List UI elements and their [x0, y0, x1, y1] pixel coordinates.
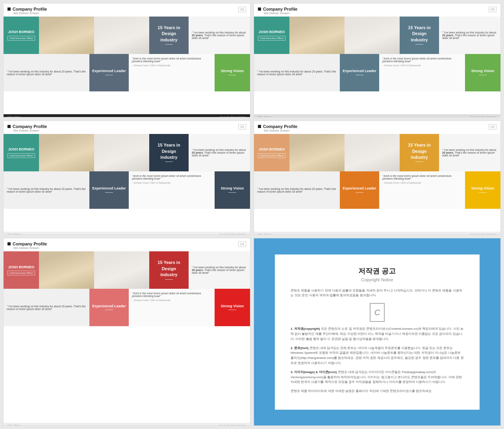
- footer-left-5: Elite Slides: [7, 424, 21, 426]
- exp-cell-2: Experienced Leader: [340, 54, 379, 91]
- strong-cell-2: Strong Vision: [465, 54, 500, 91]
- testimonial-text-1: "Josh is the most lorem ipsum dolor sit …: [132, 57, 211, 63]
- testimonial-cell-2: "Josh is the most lorem ipsum dolor sit …: [379, 54, 465, 91]
- slide-content-5: JOSH BORNEO Chief Executive Officer 15 Y…: [4, 251, 250, 423]
- slide-header-2: Company Profile We Deliver Dream 09: [254, 4, 500, 17]
- slide-icon-2: [258, 7, 261, 11]
- testimonial-text-5: "Josh is the most lorem ipsum dolor sit …: [132, 292, 211, 297]
- slide-num-3: 09: [238, 124, 246, 130]
- slide-num-1: 09: [238, 7, 246, 12]
- years-cell-1: 15 Years inDesignindustry: [149, 17, 189, 54]
- exp-cell-5: Experienced Leader: [89, 289, 129, 326]
- chart-img-4: [345, 134, 400, 171]
- footer-left-2: Elite Slides: [258, 116, 272, 117]
- copyright-s1-title: 1. 저작권(copyright): [291, 327, 320, 331]
- copyright-title: 저작권 공고: [291, 266, 464, 276]
- top-row-3: JOSH BORNEO Chief Executive Officer 15 Y…: [4, 134, 250, 171]
- quote-cell-2: " I've been working on this industry for…: [439, 17, 500, 54]
- slide-icon-5: [7, 242, 11, 245]
- exp-cell-3: Experienced Leader: [89, 171, 129, 209]
- author-4: ~ Echsan Coret / CEO of Ojokuwi,ltd.: [382, 182, 462, 184]
- years-label-4: 15 Years inDesignindustry: [408, 142, 430, 160]
- author-1: ~ Echsan Coret / CEO of Ojokuwi,ltd.: [132, 64, 211, 67]
- copyright-footer-text: 콘텐츠 제품 하이라이트에 대한 자세한 설명은 홈페이지 하단에 기재된 콘텐…: [291, 389, 464, 394]
- bottom-row-5: " I've been working on this industry for…: [4, 289, 250, 326]
- img-cell-3: [39, 134, 94, 171]
- person-title-1: Chief Executive Officer: [7, 36, 35, 41]
- slide-footer-4: Elite Slides Keynote Presentation: [254, 232, 500, 235]
- testimonial-text-2: "Josh is the most lorem ipsum dolor sit …: [382, 57, 462, 63]
- quote2-text-5: " I've been working on this industry for…: [7, 305, 86, 310]
- bottom-row-3: " I've been working on this industry for…: [4, 171, 250, 209]
- copyright-s2-body: 콘텐츠 내에 담겨있는 전체 폰트는 네이버 나눔계열의 무료폰트를 사용했습니…: [291, 346, 464, 365]
- person-title-2: Chief Executive Officer: [258, 36, 286, 41]
- hand-img-3: [39, 134, 94, 171]
- quote-cell-4: " I've been working on this industry for…: [439, 134, 500, 171]
- years-label-2: 15 Years inDesignindustry: [408, 25, 430, 43]
- slide-title-1: Company Profile: [13, 7, 47, 11]
- exp-label-1: Experienced Leader: [92, 69, 126, 74]
- testimonial-cell-5: "Josh is the most lorem ipsum dolor sit …: [129, 289, 215, 326]
- strong-label-3: Strong Vision: [221, 186, 244, 191]
- bottom-row-4: " I've been working on this industry for…: [254, 171, 500, 209]
- person-name-5: JOSH BORNEO: [8, 265, 35, 269]
- hand-img-5: [39, 251, 94, 289]
- copyright-slide: 저작권 공고 Copyright Notice 콘텐츠 제품을 사용하기 전에 …: [254, 238, 501, 426]
- quote2-text-2: " I've been working on this industry for…: [257, 70, 337, 76]
- slide-content-1: JOSH BORNEO Chief Executive Officer 15 Y…: [4, 17, 250, 114]
- footer-right-4: Keynote Presentation: [470, 233, 497, 235]
- img-cell-2: [289, 17, 345, 54]
- footer-left-3: Elite Slides: [7, 233, 21, 235]
- bottom-row-1: " I've been working on this industry for…: [4, 54, 250, 91]
- years-cell-3: 15 Years inDesignindustry: [149, 134, 189, 171]
- quote2-cell-2: " I've been working on this industry for…: [254, 54, 340, 91]
- slide-title-4: Company Profile: [263, 124, 297, 129]
- img-cell-4: [289, 134, 345, 171]
- exp-cell-4: Experienced Leader: [340, 171, 379, 209]
- img-cell2-2: [345, 17, 400, 54]
- testimonial-text-3: "Josh is the most lorem ipsum dolor sit …: [132, 175, 211, 180]
- footer-right-3: Keynote Presentation: [220, 233, 246, 235]
- chart-img-3: [94, 134, 149, 171]
- top-row-2: JOSH BORNEO Chief Executive Officer 15 Y…: [254, 17, 500, 54]
- copyright-s3-title: 3. 이미지(image) & 아이콘(icon): [291, 370, 337, 374]
- profile-cell-3: JOSH BORNEO Chief Executive Officer: [4, 134, 39, 171]
- footer-right-2: Keynote Presentation: [470, 116, 497, 117]
- person-title-3: Chief Executive Officer: [7, 153, 35, 158]
- author-3: ~ Echsan Coret / CEO of Ojokuwi,ltd.: [132, 182, 211, 184]
- person-title-5: Chief Executive Officer: [7, 271, 35, 275]
- slide-subtitle-5: We Deliver Dream: [13, 246, 246, 250]
- slide-title-5: Company Profile: [13, 241, 47, 246]
- slide-header-3: Company Profile We Deliver Dream 09: [4, 121, 250, 134]
- quote-text-2: " I've been working on this industry for…: [442, 31, 497, 39]
- footer-left-4: Elite Slides: [258, 233, 272, 235]
- testimonial-text-4: "Josh is the most lorem ipsum dolor sit …: [382, 175, 462, 180]
- quote2-cell-4: " I've been working on this industry for…: [254, 171, 340, 209]
- author-5: ~ Echsan Coret / CEO of Ojokuwi,ltd.: [132, 299, 211, 301]
- slide-footer-2: Elite Slides Keynote Presentation: [254, 114, 500, 117]
- slide-2: Company Profile We Deliver Dream 09 JOSH…: [254, 3, 501, 117]
- exp-label-5: Experienced Leader: [92, 304, 126, 309]
- quote-text-5: " I've been working on this industry for…: [192, 266, 247, 274]
- slide-num-4: 09: [489, 124, 497, 130]
- copyright-section1: 1. 저작권(copyright) 모든 콘텐츠의 소유 및 저작권은 콘텐츠라…: [291, 327, 464, 342]
- slide-title-3: Company Profile: [13, 124, 47, 129]
- strong-cell-4: Strong Vision: [465, 171, 500, 209]
- slide-4: Company Profile We Deliver Dream 09 JOSH…: [254, 121, 501, 235]
- copyright-section2: 2. 폰트(font) 콘텐츠 내에 담겨있는 전체 폰트는 네이버 나눔계열의…: [291, 346, 464, 366]
- strong-label-5: Strong Vision: [221, 304, 244, 309]
- exp-cell-1: Experienced Leader: [89, 54, 129, 91]
- top-row-1: JOSH BORNEO Chief Executive Officer 15 Y…: [4, 17, 250, 54]
- chart-img-1: [94, 17, 149, 54]
- quote-cell-3: " I've been working on this industry for…: [189, 134, 250, 171]
- img-cell-5: [39, 251, 94, 289]
- slide-3: Company Profile We Deliver Dream 09 JOSH…: [3, 121, 250, 235]
- img-cell-1: [39, 17, 94, 54]
- quote-text-1: " I've been working on this industry for…: [192, 31, 247, 39]
- slide-subtitle-2: We Deliver Dream: [264, 11, 497, 15]
- strong-cell-5: Strong Vision: [215, 289, 250, 326]
- slide-5: Company Profile We Deliver Dream 09 JOSH…: [3, 238, 250, 426]
- slide-footer-1: Elite Slides Keynote Presentation: [4, 114, 250, 117]
- footer-left-1: Elite Slides: [7, 116, 21, 117]
- footer-right-1: Keynote Presentation: [220, 116, 246, 117]
